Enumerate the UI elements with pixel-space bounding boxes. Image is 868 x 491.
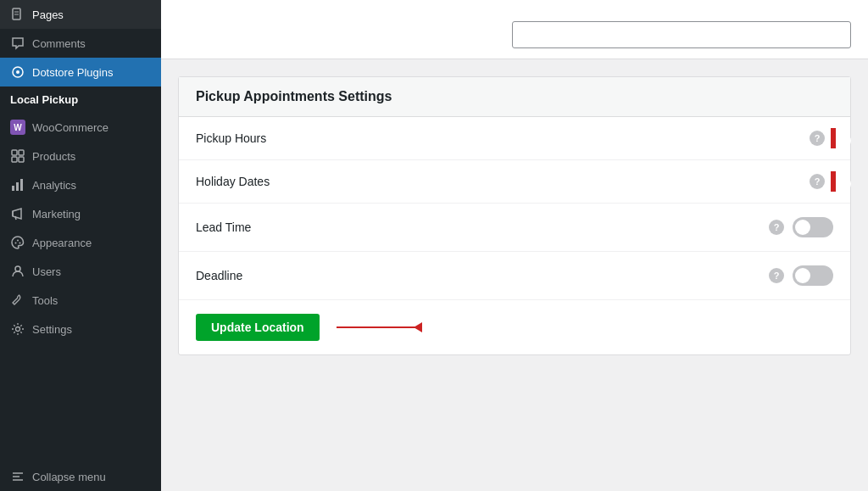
lead-time-controls: ?: [769, 217, 833, 237]
svg-rect-8: [19, 157, 24, 162]
sidebar-item-woocommerce-label: WooCommerce: [32, 121, 108, 134]
svg-point-12: [15, 243, 17, 244]
collapse-icon: [10, 469, 25, 484]
lead-time-help[interactable]: ?: [769, 220, 784, 235]
svg-rect-6: [19, 150, 24, 155]
deadline-controls: ?: [769, 265, 833, 286]
deadline-label: Deadline: [196, 269, 769, 282]
sidebar-item-settings-label: Settings: [32, 323, 72, 336]
lead-time-row: Lead Time ?: [179, 204, 850, 252]
pickup-hours-controls: ?: [810, 131, 833, 146]
sidebar-local-pickup-header: Local Pickup: [0, 86, 161, 113]
products-icon: [10, 148, 25, 164]
update-location-button[interactable]: Update Location: [196, 314, 320, 341]
pages-icon: [10, 7, 25, 22]
svg-point-4: [16, 70, 19, 74]
holiday-dates-row: Holiday Dates ?: [179, 160, 850, 204]
svg-rect-7: [12, 157, 17, 162]
pickup-appointments-section: Pickup Appointments Settings Pickup Hour…: [178, 76, 851, 355]
top-area: [161, 0, 868, 59]
svg-rect-11: [20, 179, 23, 191]
holiday-dates-controls: ?: [810, 174, 833, 189]
collapse-menu[interactable]: Collapse menu: [0, 462, 161, 491]
deadline-toggle[interactable]: [793, 265, 833, 286]
pickup-hours-row: Pickup Hours ?: [179, 117, 850, 160]
sidebar-item-analytics[interactable]: Analytics: [0, 170, 161, 199]
sidebar-item-tools-label: Tools: [32, 294, 58, 307]
sidebar-item-dotstore[interactable]: Dotstore Plugins: [0, 58, 161, 86]
users-icon: [10, 264, 25, 279]
appearance-icon: [10, 235, 25, 250]
holiday-dates-label: Holiday Dates: [196, 175, 810, 188]
lead-time-toggle[interactable]: [793, 217, 833, 237]
deadline-help[interactable]: ?: [769, 268, 784, 283]
svg-point-14: [19, 243, 21, 244]
sidebar-item-users-label: Users: [32, 265, 61, 278]
sidebar-item-settings[interactable]: Settings: [0, 315, 161, 343]
deadline-row: Deadline ?: [179, 252, 850, 300]
woocommerce-icon: W: [10, 120, 25, 135]
svg-rect-10: [16, 182, 19, 191]
sidebar-item-appearance-label: Appearance: [32, 237, 92, 249]
arrow-line: [337, 326, 421, 328]
sidebar-item-products[interactable]: Products: [0, 142, 161, 170]
sidebar-item-comments-label: Comments: [32, 37, 86, 50]
svg-point-16: [16, 327, 20, 332]
lead-time-label: Lead Time: [196, 220, 769, 234]
top-input: [512, 21, 851, 48]
section-title: Pickup Appointments Settings: [179, 77, 850, 117]
sidebar-local-pickup-label: Local Pickup: [10, 93, 78, 106]
arrow-indicator: [337, 326, 421, 328]
collapse-menu-label: Collapse menu: [32, 471, 106, 483]
settings-panel: Pickup Appointments Settings Pickup Hour…: [161, 59, 868, 491]
pickup-hours-label: Pickup Hours: [196, 131, 810, 145]
sidebar-item-marketing[interactable]: Marketing: [0, 199, 161, 228]
pickup-hours-help[interactable]: ?: [810, 131, 825, 146]
svg-point-13: [17, 240, 19, 242]
sidebar-item-analytics-label: Analytics: [32, 179, 76, 192]
analytics-icon: [10, 177, 25, 192]
sidebar-item-users[interactable]: Users: [0, 257, 161, 286]
sidebar: Pages Comments Dotstore Plugins Local Pi…: [0, 0, 161, 491]
lead-time-slider: [793, 217, 833, 237]
sidebar-item-woocommerce[interactable]: W WooCommerce: [0, 113, 161, 142]
main-content: Pickup Appointments Settings Pickup Hour…: [161, 0, 868, 491]
update-btn-row: Update Location: [179, 300, 850, 354]
marketing-icon: [10, 206, 25, 221]
sidebar-item-marketing-label: Marketing: [32, 208, 81, 220]
svg-rect-9: [12, 186, 14, 191]
sidebar-item-appearance[interactable]: Appearance: [0, 228, 161, 257]
dotstore-icon: [10, 64, 25, 80]
sidebar-item-products-label: Products: [32, 150, 75, 163]
sidebar-item-pages-label: Pages: [32, 8, 64, 21]
settings-icon: [10, 321, 25, 337]
comments-icon: [10, 36, 25, 51]
holiday-dates-help[interactable]: ?: [810, 174, 825, 189]
tools-icon: [10, 293, 25, 308]
deadline-slider: [793, 265, 833, 286]
sidebar-item-dotstore-label: Dotstore Plugins: [32, 66, 113, 79]
sidebar-item-tools[interactable]: Tools: [0, 286, 161, 315]
svg-point-15: [15, 266, 20, 271]
svg-rect-5: [12, 150, 17, 155]
sidebar-item-comments[interactable]: Comments: [0, 29, 161, 58]
sidebar-item-pages[interactable]: Pages: [0, 0, 161, 29]
